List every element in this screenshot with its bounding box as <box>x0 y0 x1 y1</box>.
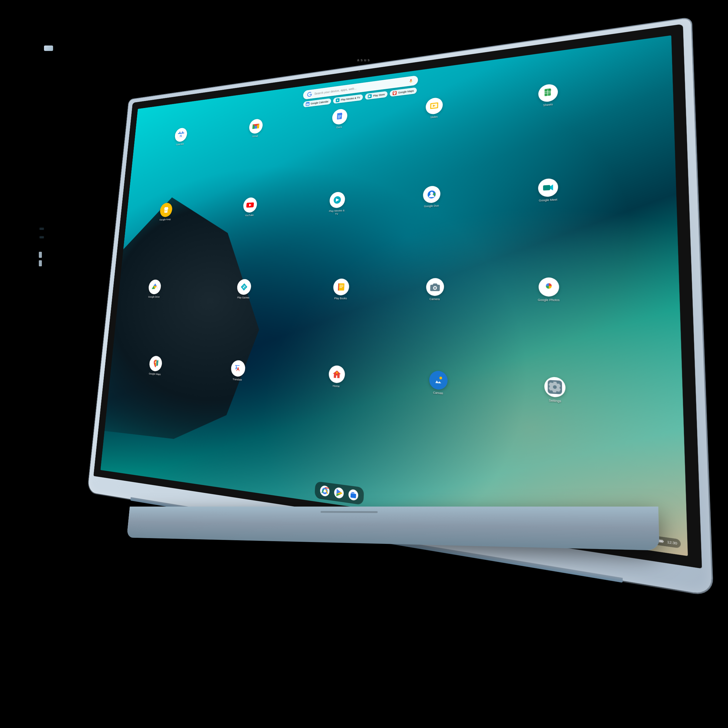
playmovies-icon <box>329 191 345 208</box>
meet-icon <box>538 178 558 197</box>
camera-label: Camera <box>430 297 440 301</box>
usb-port-1 <box>40 228 44 230</box>
svg-text:31: 31 <box>179 134 182 138</box>
sheets-label: Sheets <box>543 103 553 107</box>
calendar-icon: 31 <box>174 127 187 142</box>
keep-icon <box>159 202 173 217</box>
maps-label: Google Maps <box>148 372 161 376</box>
svg-rect-89 <box>659 540 662 542</box>
slides-label: Slides <box>430 115 438 119</box>
svg-rect-47 <box>543 185 550 191</box>
microphone-icon <box>408 78 413 84</box>
drive-icon <box>148 279 161 294</box>
laptop-device: asus <box>15 15 713 713</box>
laptop-base <box>127 506 659 551</box>
sheets-icon <box>538 83 558 102</box>
playgames-icon <box>237 279 251 295</box>
settings-label: Settings <box>549 399 561 404</box>
docs-label: Docs <box>336 125 342 129</box>
maps-icon <box>149 355 163 372</box>
svg-rect-61 <box>340 285 343 286</box>
drive-label: Google Drive <box>148 295 159 298</box>
home-icon <box>328 365 345 384</box>
svg-rect-45 <box>433 193 435 196</box>
app-translate[interactable]: Translate <box>230 360 246 382</box>
keep-label: Google Keep <box>159 218 171 221</box>
chip-maps-label: Google Maps <box>398 89 414 94</box>
app-docs[interactable]: Docs <box>332 108 348 130</box>
meet-label: Google Meet <box>539 198 557 202</box>
google-search-icon <box>307 92 312 97</box>
chip-playstore-label: Play Store <box>373 93 385 97</box>
shelf-files[interactable] <box>348 488 359 502</box>
playgames-label: Play Games <box>237 296 250 299</box>
asus-logo: asus <box>357 58 371 62</box>
docs-icon <box>332 108 348 125</box>
svg-rect-63 <box>340 287 342 288</box>
gmail-label: Gmail <box>252 135 258 138</box>
usb-port-2 <box>40 236 44 239</box>
chip-playmovies-label: Play Movies & TV <box>341 96 360 101</box>
app-meet[interactable]: Google Meet <box>538 178 558 203</box>
svg-rect-74 <box>432 373 445 387</box>
volume-up-button[interactable] <box>39 252 42 258</box>
app-gmail[interactable]: Gmail <box>248 118 263 138</box>
app-home[interactable]: Home <box>328 365 345 388</box>
svg-text:31: 31 <box>307 104 308 106</box>
app-playbooks[interactable]: Play Books <box>332 278 349 300</box>
app-calendar[interactable]: 31 Calendar <box>174 127 187 146</box>
calendar-label: Calendar <box>176 142 184 146</box>
home-label: Home <box>333 384 340 388</box>
calendar-chip-icon: 31 <box>306 102 310 106</box>
photos-label: Google Photos <box>538 298 560 302</box>
maps-chip-icon <box>393 91 397 96</box>
svg-rect-55 <box>243 286 245 288</box>
translate-icon <box>231 360 246 377</box>
app-grid: 31 Calendar <box>109 71 674 525</box>
app-keep[interactable]: Google Keep <box>159 202 173 221</box>
shelf-chrome[interactable] <box>319 485 330 498</box>
youtube-icon <box>243 197 257 213</box>
duo-label: Google Duo <box>424 204 439 208</box>
settings-icon <box>544 376 566 398</box>
playbooks-icon <box>333 278 349 295</box>
svg-rect-62 <box>340 286 343 287</box>
svg-rect-35 <box>165 211 166 211</box>
youtube-label: YouTube <box>245 214 254 217</box>
playmovies-chip-icon <box>336 98 340 102</box>
app-drive[interactable]: Google Drive <box>148 279 162 298</box>
photos-icon <box>538 277 559 296</box>
app-youtube[interactable]: YouTube <box>242 197 257 217</box>
svg-rect-88 <box>663 541 664 542</box>
canvas-icon <box>429 370 448 390</box>
duo-icon <box>423 185 441 203</box>
screen-bezel: Search your device, apps, web... <box>93 24 702 569</box>
app-duo[interactable]: Google Duo <box>422 185 440 208</box>
app-sheets[interactable]: Sheets <box>538 83 558 108</box>
app-playmovies[interactable]: Play Movies & TV <box>327 191 347 216</box>
volume-down-button[interactable] <box>39 260 42 266</box>
left-ports <box>40 228 44 239</box>
playbooks-label: Play Books <box>334 297 347 300</box>
gmail-icon <box>249 118 263 135</box>
app-camera[interactable]: Camera <box>425 278 444 301</box>
translate-label: Translate <box>232 378 242 381</box>
app-slides[interactable]: Slides <box>425 97 443 119</box>
svg-rect-84 <box>350 493 356 499</box>
app-maps[interactable]: Google Maps <box>148 355 162 376</box>
bumper-top-left <box>44 46 53 51</box>
app-canvas[interactable]: Canvas <box>429 370 448 396</box>
shelf-playstore[interactable] <box>333 486 344 500</box>
app-settings[interactable]: Settings <box>544 376 566 404</box>
slides-icon <box>425 97 443 115</box>
canvas-label: Canvas <box>433 391 443 395</box>
camera-icon <box>426 278 444 296</box>
tray-time: 12:30 <box>667 540 677 545</box>
playstore-chip-icon <box>368 94 372 98</box>
playmovies-label: Play Movies & TV <box>327 209 346 216</box>
volume-buttons[interactable] <box>39 252 42 266</box>
chromeos-screen[interactable]: Search your device, apps, web... <box>100 35 688 556</box>
app-photos[interactable]: Google Photos <box>538 277 560 302</box>
app-playgames[interactable]: Play Games <box>236 279 251 300</box>
chip-calendar-label: Google Calendar <box>310 100 329 105</box>
